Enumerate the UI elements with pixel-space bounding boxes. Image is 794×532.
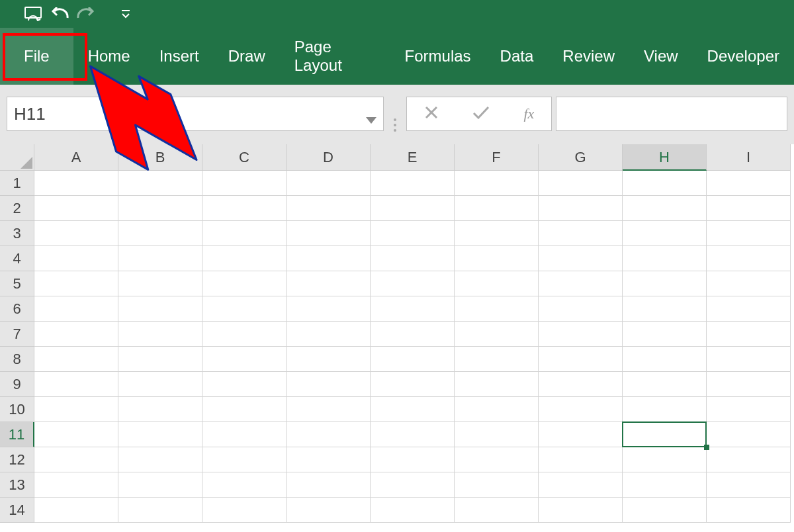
cell[interactable] xyxy=(539,397,623,422)
tab-data[interactable]: Data xyxy=(486,28,549,85)
column-header[interactable]: I xyxy=(707,144,791,171)
cell[interactable] xyxy=(539,171,623,196)
cell[interactable] xyxy=(287,171,371,196)
tab-view[interactable]: View xyxy=(629,28,693,85)
cell[interactable] xyxy=(202,397,287,422)
cell[interactable] xyxy=(287,347,371,372)
row-header[interactable]: 4 xyxy=(0,246,34,271)
cell[interactable] xyxy=(118,221,202,246)
cell[interactable] xyxy=(34,221,118,246)
cell[interactable] xyxy=(34,271,118,296)
cell[interactable] xyxy=(539,322,623,347)
cell[interactable] xyxy=(539,447,623,472)
cell[interactable] xyxy=(707,196,791,221)
column-header[interactable]: D xyxy=(287,144,371,171)
cell[interactable] xyxy=(455,322,539,347)
row-header[interactable]: 7 xyxy=(0,322,34,347)
cell[interactable] xyxy=(118,498,202,523)
cell[interactable] xyxy=(455,271,539,296)
cell[interactable] xyxy=(34,422,118,447)
cell[interactable] xyxy=(287,271,371,296)
cell[interactable] xyxy=(202,498,287,523)
cell[interactable] xyxy=(202,296,287,322)
cell[interactable] xyxy=(371,322,455,347)
cell[interactable] xyxy=(371,447,455,472)
cell[interactable] xyxy=(707,271,791,296)
fill-handle[interactable] xyxy=(704,445,709,450)
cell[interactable] xyxy=(707,246,791,271)
tab-home[interactable]: Home xyxy=(73,28,145,85)
cell[interactable] xyxy=(623,322,707,347)
column-header[interactable]: F xyxy=(455,144,539,171)
cell[interactable] xyxy=(623,447,707,472)
cell[interactable] xyxy=(371,221,455,246)
row-header[interactable]: 2 xyxy=(0,196,34,221)
select-all-corner[interactable] xyxy=(0,144,34,171)
column-header[interactable]: G xyxy=(539,144,623,171)
tab-draw[interactable]: Draw xyxy=(214,28,280,85)
cell[interactable] xyxy=(371,372,455,397)
cell[interactable] xyxy=(287,422,371,447)
row-header[interactable]: 11 xyxy=(0,422,34,447)
name-box-dropdown-icon[interactable] xyxy=(366,108,376,128)
cell[interactable] xyxy=(455,447,539,472)
row-header[interactable]: 13 xyxy=(0,472,34,498)
cell[interactable] xyxy=(34,196,118,221)
cell[interactable] xyxy=(455,171,539,196)
customize-qat-icon[interactable] xyxy=(112,0,139,28)
cell[interactable] xyxy=(623,296,707,322)
redo-icon[interactable] xyxy=(73,0,99,28)
cell[interactable] xyxy=(707,422,791,447)
cell[interactable] xyxy=(371,498,455,523)
insert-function-icon[interactable]: fx xyxy=(523,105,534,122)
cell[interactable] xyxy=(623,221,707,246)
undo-icon[interactable] xyxy=(46,0,73,28)
cell[interactable] xyxy=(623,472,707,498)
cell[interactable] xyxy=(707,472,791,498)
cell[interactable] xyxy=(707,296,791,322)
cell[interactable] xyxy=(623,196,707,221)
cancel-icon[interactable] xyxy=(424,105,439,122)
cell[interactable] xyxy=(371,271,455,296)
cell[interactable] xyxy=(707,498,791,523)
autosave-icon[interactable] xyxy=(20,0,46,28)
cell[interactable] xyxy=(371,422,455,447)
row-header[interactable]: 10 xyxy=(0,397,34,422)
column-header[interactable]: A xyxy=(34,144,118,171)
cell[interactable] xyxy=(202,472,287,498)
tab-developer[interactable]: Developer xyxy=(693,28,794,85)
cell[interactable] xyxy=(287,472,371,498)
cell[interactable] xyxy=(34,498,118,523)
cell[interactable] xyxy=(455,347,539,372)
cell[interactable] xyxy=(455,397,539,422)
cell[interactable] xyxy=(707,447,791,472)
cell[interactable] xyxy=(707,221,791,246)
cell[interactable] xyxy=(118,296,202,322)
row-header[interactable]: 8 xyxy=(0,347,34,372)
cell[interactable] xyxy=(118,447,202,472)
cell[interactable] xyxy=(118,422,202,447)
cell[interactable] xyxy=(118,171,202,196)
cell[interactable] xyxy=(539,498,623,523)
cell[interactable] xyxy=(539,422,623,447)
cell[interactable] xyxy=(707,322,791,347)
cell[interactable] xyxy=(202,271,287,296)
cell[interactable] xyxy=(118,347,202,372)
tab-page-layout[interactable]: Page Layout xyxy=(280,28,390,85)
cell[interactable] xyxy=(539,221,623,246)
row-header[interactable]: 6 xyxy=(0,296,34,322)
cell[interactable] xyxy=(455,196,539,221)
formula-bar-expand-icon[interactable] xyxy=(388,97,402,144)
cell[interactable] xyxy=(539,246,623,271)
cell[interactable] xyxy=(455,422,539,447)
cell[interactable] xyxy=(118,246,202,271)
cell[interactable] xyxy=(539,372,623,397)
cell[interactable] xyxy=(539,271,623,296)
tab-formulas[interactable]: Formulas xyxy=(390,28,486,85)
cell[interactable] xyxy=(539,472,623,498)
cell[interactable] xyxy=(371,347,455,372)
cell[interactable] xyxy=(34,296,118,322)
cell[interactable] xyxy=(623,397,707,422)
cell[interactable] xyxy=(118,472,202,498)
cell[interactable] xyxy=(202,221,287,246)
